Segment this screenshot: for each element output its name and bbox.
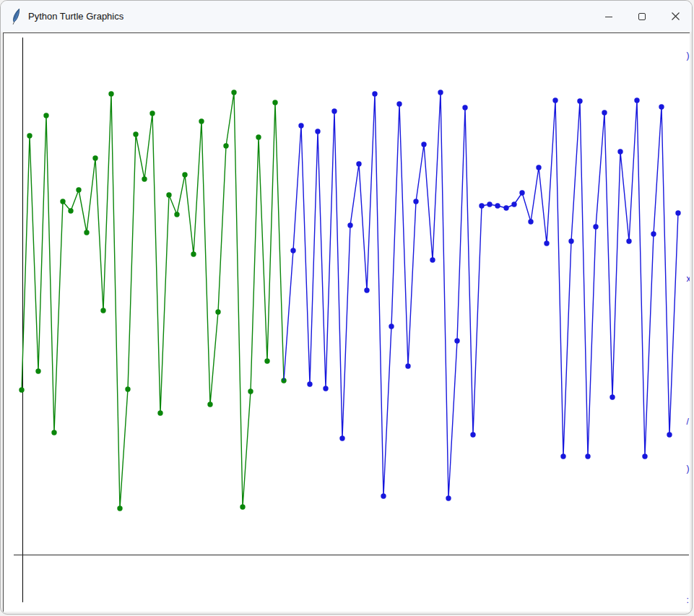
right-series-blue-point [634,97,639,103]
right-series-blue-point [298,123,303,128]
titlebar[interactable]: Python Turtle Graphics [1,1,692,32]
right-series-blue-point [568,238,573,243]
left-series-green-point [142,176,147,181]
right-series-blue-point [610,394,615,399]
left-series-green-point [248,389,253,394]
right-series-blue-point [626,238,631,243]
right-series-blue-point [659,104,664,109]
left-series-green-point [92,155,97,160]
right-series-blue-point [479,203,484,208]
tk-feather-icon [9,8,22,25]
right-series-blue-point [552,97,558,103]
right-series-blue-point [495,203,500,208]
left-series-green-point [133,131,138,136]
left-series-green-point [149,110,155,116]
right-series-blue-point [536,165,541,170]
clipped-edge-glyph: / [687,417,690,427]
right-series-blue-point [462,105,467,110]
right-series-blue-point [511,201,516,207]
left-series-green-point [60,199,65,204]
right-series-blue-point [413,199,418,204]
close-icon [671,12,680,21]
left-series-green-point [43,113,48,118]
right-series-blue-point [421,142,426,147]
window-title: Python Turtle Graphics [28,11,123,22]
minimize-button[interactable] [592,1,625,32]
right-series-blue-point [396,101,402,106]
right-series-blue-point [602,110,607,115]
right-series-blue-point [667,432,672,437]
left-series-green-point [76,187,81,192]
right-series-blue-point [593,224,598,229]
left-series-green-point [256,134,261,139]
right-series-blue-point [544,240,549,246]
right-series-blue-point [675,210,680,215]
clipped-edge-glyph: ) [687,51,690,61]
right-series-blue-point [290,248,295,253]
maximize-icon [638,12,646,21]
right-series-blue-point [323,386,328,391]
right-series-blue-point [430,257,435,262]
right-series-blue-point [364,287,369,292]
left-series-green-point [117,506,122,511]
right-series-blue-point [315,129,320,134]
left-series-green-point [27,133,32,138]
right-series-blue-point [503,205,508,210]
right-series-blue-point [642,454,647,459]
left-series-green-point [231,90,236,95]
left-series-green-point [223,143,228,148]
right-series-blue-point [438,90,443,95]
left-series-green-point [207,402,212,407]
right-series-blue-point [331,108,337,113]
right-series-blue-point [356,161,361,166]
right-series-blue-point [577,98,582,103]
turtle-plot: )x/): [4,33,690,612]
right-series-blue-point [372,91,377,96]
left-series-green-point [174,212,179,217]
left-series-green-point [108,91,113,96]
left-series-green-point [84,230,89,235]
left-series-green-point [19,387,24,392]
right-series-blue-point [307,381,312,386]
left-series-green-point [182,172,187,177]
left-series-green-point [35,368,40,373]
minimize-icon [604,12,613,21]
right-series-blue-point [347,222,352,227]
left-series-green-point [272,100,277,105]
left-series-green-point [240,504,245,509]
left-series-green-point [264,358,269,363]
right-series-blue-point [454,338,459,343]
right-series-blue-point [651,231,656,236]
right-series-blue-point [487,201,492,207]
turtle-graphics-window: Python Turtle Graphics )x/): [0,0,693,615]
turtle-canvas: )x/): [3,32,690,612]
right-series-blue-point [389,324,394,329]
left-series-green-point [51,430,56,435]
maximize-button[interactable] [625,1,659,32]
right-series-blue-point [470,432,475,437]
left-series-green-point [215,309,220,314]
right-series-blue-point [519,190,524,195]
window-controls [592,1,692,32]
left-series-green-point [199,118,204,123]
left-series-green-point [157,410,162,415]
right-series-blue-point [617,149,623,154]
left-series-green-line [22,92,284,508]
close-button[interactable] [659,1,692,32]
right-series-blue-point [446,495,451,500]
right-series-blue-point [405,363,410,368]
right-series-blue-point [339,435,344,441]
left-series-green-point [125,386,130,391]
left-series-green-point [191,251,196,256]
clipped-edge-glyph: ) [687,464,690,474]
clipped-edge-glyph: x [687,274,690,284]
left-series-green-point [100,308,105,313]
right-series-blue-point [528,219,533,224]
right-series-blue-point [585,454,590,459]
left-series-green-point [68,208,73,213]
right-series-blue-point [381,493,386,498]
clipped-edge-glyph: : [687,595,689,605]
right-series-blue-point [560,454,565,459]
left-series-green-point [166,192,171,197]
